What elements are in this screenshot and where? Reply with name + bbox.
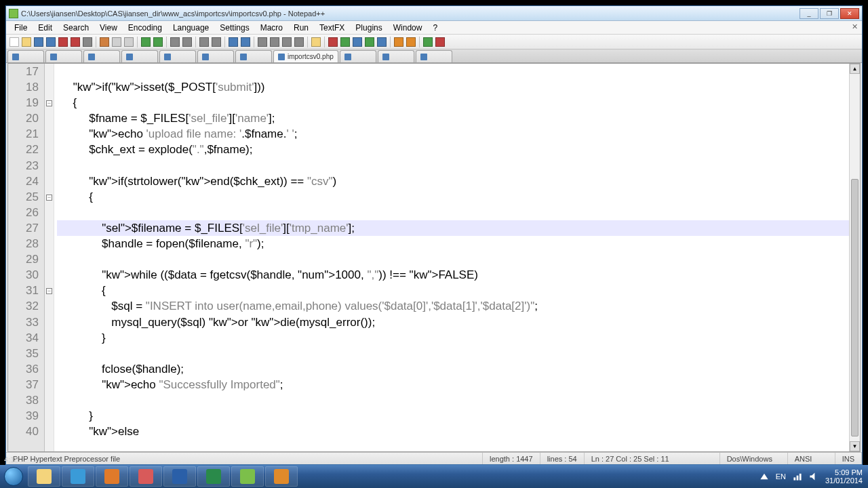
menu-language[interactable]: Language <box>167 22 214 34</box>
menu-view[interactable]: View <box>94 22 123 34</box>
vertical-scrollbar[interactable]: ▲ ▼ <box>849 64 860 451</box>
find-button[interactable] <box>170 37 180 47</box>
taskbar-explorer[interactable] <box>28 466 60 487</box>
paste-button[interactable] <box>123 37 134 47</box>
tab-2[interactable] <box>83 50 120 62</box>
code-line-27[interactable]: "sel">$filename = $_FILES['sel_file']['t… <box>57 220 849 236</box>
folder-button[interactable] <box>311 37 321 47</box>
save-button[interactable] <box>33 37 44 47</box>
outdent-button[interactable] <box>393 37 404 47</box>
menu-macro[interactable]: Macro <box>255 22 288 34</box>
cmp2-button[interactable] <box>435 37 446 47</box>
save-macro-button[interactable] <box>376 37 387 47</box>
menu-window[interactable]: Window <box>388 22 428 34</box>
zoom-in-button[interactable] <box>199 37 210 47</box>
close-button[interactable] <box>58 37 68 47</box>
code-line-37[interactable]: "kw">echo "Successfully Imported"; <box>57 377 849 392</box>
menu-file[interactable]: File <box>9 22 33 34</box>
code-line-22[interactable]: $chk_ext = explode(".",$fname); <box>57 142 849 157</box>
menu-encoding[interactable]: Encoding <box>123 22 167 34</box>
menu-?[interactable]: ? <box>427 22 443 34</box>
lang-button[interactable] <box>294 37 304 47</box>
tab-6[interactable] <box>235 50 272 62</box>
stop-button[interactable] <box>352 37 363 47</box>
scroll-thumb[interactable] <box>851 179 859 436</box>
taskbar-word[interactable] <box>163 466 196 487</box>
start-button[interactable] <box>0 465 27 488</box>
code-line-38[interactable] <box>57 392 849 408</box>
play-multi-button[interactable] <box>364 37 375 47</box>
tab-9[interactable] <box>378 50 414 62</box>
code-line-19[interactable]: { <box>57 95 849 110</box>
code-line-34[interactable]: } <box>57 330 849 346</box>
fold-column[interactable]: −−− <box>45 64 54 451</box>
all-chars-button[interactable] <box>269 37 280 47</box>
replace-button[interactable] <box>182 37 193 47</box>
tab-1[interactable] <box>45 50 82 62</box>
code-line-18[interactable]: "kw">if("kw">isset($_POST['submit'])) <box>57 79 849 95</box>
taskbar-excel[interactable] <box>197 466 230 487</box>
network-icon[interactable] <box>793 472 802 481</box>
minimize-button[interactable]: _ <box>800 8 818 19</box>
indent-guide-button[interactable] <box>281 37 292 47</box>
menu-search[interactable]: Search <box>58 22 94 34</box>
code-line-26[interactable] <box>57 205 849 220</box>
cut-button[interactable] <box>99 37 110 47</box>
taskbar-notepadpp[interactable] <box>231 466 264 487</box>
close-all-button[interactable] <box>70 37 81 47</box>
fold-toggle[interactable]: − <box>46 195 52 201</box>
tray-clock[interactable]: 5:09 PM 31/01/2014 <box>825 468 863 485</box>
code-line-21[interactable]: "kw">echo 'upload file name: '.$fname.' … <box>57 126 849 142</box>
wrap-button[interactable] <box>257 37 268 47</box>
code-line-24[interactable]: "kw">if(strtolower("kw">end($chk_ext)) =… <box>57 174 849 189</box>
taskbar-vlc[interactable] <box>265 466 298 487</box>
redo-button[interactable] <box>153 37 163 47</box>
code-line-40[interactable]: "kw">else <box>57 424 849 439</box>
scroll-down-arrow[interactable]: ▼ <box>850 441 860 451</box>
menu-settings[interactable]: Settings <box>214 22 254 34</box>
new-button[interactable] <box>9 37 20 47</box>
code-area[interactable]: "kw">if("kw">isset($_POST['submit'])) { … <box>54 64 849 451</box>
scroll-up-arrow[interactable]: ▲ <box>850 64 860 74</box>
menu-run[interactable]: Run <box>288 22 314 34</box>
volume-icon[interactable] <box>809 472 818 481</box>
code-line-36[interactable]: fclose($handle); <box>57 361 849 377</box>
tab-8[interactable] <box>340 50 376 62</box>
close-button[interactable]: ✕ <box>840 8 859 19</box>
tab-0[interactable] <box>7 50 44 62</box>
code-line-32[interactable]: $sql = "INSERT into user(name,email,phon… <box>57 298 849 314</box>
zoom-out-button[interactable] <box>211 37 222 47</box>
code-line-25[interactable]: { <box>57 189 849 205</box>
close-tab-x[interactable]: ✕ <box>850 22 859 32</box>
tab-3[interactable] <box>121 50 158 62</box>
menu-plugins[interactable]: Plugins <box>350 22 387 34</box>
tab-7[interactable]: importcsv0.php <box>273 50 338 62</box>
code-line-33[interactable]: mysql_query($sql) "kw">or "kw">die(mysql… <box>57 314 849 330</box>
code-line-30[interactable]: "kw">while (($data = fgetcsv($handle, "n… <box>57 267 849 283</box>
code-line-39[interactable]: } <box>57 408 849 424</box>
tab-4[interactable] <box>159 50 196 62</box>
maximize-button[interactable]: ❐ <box>820 8 839 19</box>
undo-button[interactable] <box>140 37 151 47</box>
rec-button[interactable] <box>328 37 338 47</box>
taskbar-snip[interactable] <box>130 466 162 487</box>
system-tray[interactable]: EN 5:09 PM 31/01/2014 <box>754 468 868 485</box>
tab-5[interactable] <box>197 50 234 62</box>
tray-up-icon[interactable] <box>760 472 769 481</box>
print-button[interactable] <box>82 37 93 47</box>
fold-toggle[interactable]: − <box>46 100 52 106</box>
copy-button[interactable] <box>111 37 122 47</box>
code-line-35[interactable] <box>57 346 849 361</box>
taskbar-ie[interactable] <box>62 466 94 487</box>
code-line-17[interactable] <box>57 64 849 79</box>
open-button[interactable] <box>21 37 32 47</box>
save-all-button[interactable] <box>45 37 56 47</box>
tab-10[interactable] <box>416 50 452 62</box>
code-line-23[interactable] <box>57 158 849 174</box>
fold-toggle[interactable]: − <box>46 288 52 294</box>
tray-lang[interactable]: EN <box>776 472 786 481</box>
code-line-29[interactable] <box>57 251 849 267</box>
cmp1-button[interactable] <box>422 37 433 47</box>
menu-edit[interactable]: Edit <box>33 22 58 34</box>
taskbar-firefox[interactable] <box>96 466 128 487</box>
